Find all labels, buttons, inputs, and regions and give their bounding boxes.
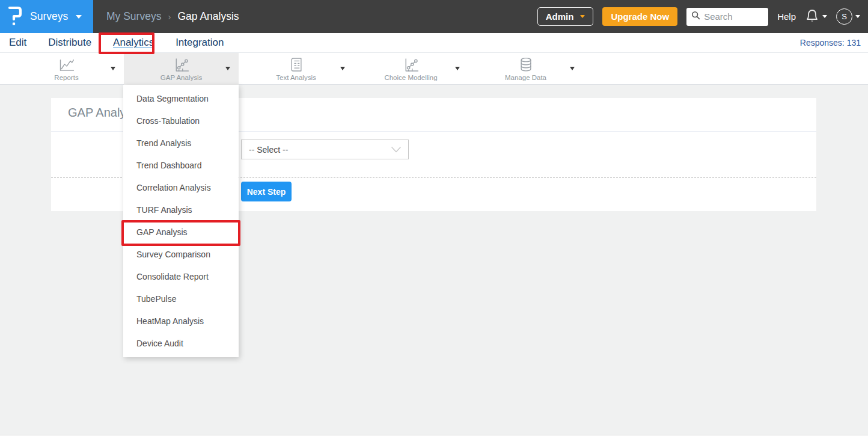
tab-analytics[interactable]: Analytics bbox=[113, 37, 154, 49]
top-bar: Surveys My Surveys › Gap Analysis Admin … bbox=[0, 0, 868, 33]
avatar: S bbox=[836, 8, 852, 25]
menu-item-device-audit[interactable]: Device Audit bbox=[123, 333, 239, 355]
app-root: Surveys My Surveys › Gap Analysis Admin … bbox=[0, 0, 868, 442]
breadcrumb-separator: › bbox=[168, 11, 171, 22]
menu-item-trend-dashboard[interactable]: Trend Dashboard bbox=[123, 155, 239, 177]
caret-down-icon bbox=[76, 15, 82, 19]
menu-item-gap-analysis[interactable]: GAP Analysis bbox=[123, 221, 239, 244]
menu-item-correlation-analysis[interactable]: Correlation Analysis bbox=[123, 177, 239, 199]
menu-item-trend-analysis[interactable]: Trend Analysis bbox=[123, 132, 239, 155]
admin-dropdown-button[interactable]: Admin bbox=[537, 7, 594, 26]
menu-item-survey-comparison[interactable]: Survey Comparison bbox=[123, 244, 239, 266]
scatter-chart-icon bbox=[173, 57, 190, 73]
caret-down-icon bbox=[111, 67, 115, 70]
search-icon bbox=[691, 11, 700, 22]
search-input[interactable] bbox=[704, 11, 763, 22]
toolbar-item-label: Reports bbox=[54, 74, 78, 81]
caret-down-icon bbox=[855, 15, 860, 18]
top-bar-right: Admin Upgrade Now Help bbox=[537, 7, 868, 26]
user-account-menu[interactable]: S bbox=[836, 8, 860, 25]
responses-count: Responses: 131 bbox=[800, 38, 868, 48]
toolbar-item-label: Text Analysis bbox=[276, 74, 316, 81]
tab-integration[interactable]: Integration bbox=[176, 37, 224, 49]
scatter-chart-icon bbox=[403, 57, 420, 73]
caret-down-icon bbox=[822, 15, 827, 18]
breadcrumb: My Surveys › Gap Analysis bbox=[106, 10, 239, 23]
document-icon bbox=[288, 57, 305, 73]
toolbar-item-text-analysis[interactable]: Text Analysis bbox=[239, 53, 353, 85]
caret-down-icon bbox=[570, 67, 575, 70]
line-chart-icon bbox=[58, 57, 75, 73]
toolbar-item-choice-modelling[interactable]: Choice Modelling bbox=[353, 53, 468, 85]
analytics-toolbar: Reports GAP Analysis bbox=[0, 53, 868, 85]
caret-down-icon bbox=[340, 67, 345, 70]
surveys-product-switcher[interactable]: Surveys bbox=[0, 0, 93, 33]
toolbar-item-label: Manage Data bbox=[505, 74, 546, 81]
menu-item-consolidate-report[interactable]: Consolidate Report bbox=[123, 266, 239, 288]
menu-item-heatmap-analysis[interactable]: HeatMap Analysis bbox=[123, 310, 239, 333]
toolbar-item-gap-analysis[interactable]: GAP Analysis bbox=[124, 53, 239, 85]
caret-down-icon bbox=[455, 67, 460, 70]
toolbar-item-reports[interactable]: Reports bbox=[9, 53, 124, 85]
upgrade-now-button[interactable]: Upgrade Now bbox=[602, 7, 677, 26]
questionpro-logo-icon bbox=[8, 4, 22, 29]
notifications-menu[interactable] bbox=[805, 8, 827, 26]
breadcrumb-my-surveys[interactable]: My Surveys bbox=[106, 10, 161, 23]
admin-label: Admin bbox=[546, 11, 574, 22]
caret-down-icon bbox=[580, 15, 585, 18]
toolbar-item-label: GAP Analysis bbox=[160, 74, 202, 81]
menu-item-turf-analysis[interactable]: TURF Analysis bbox=[123, 199, 239, 221]
gap-analysis-dropdown-menu: Data Segmentation Cross-Tabulation Trend… bbox=[123, 85, 239, 357]
menu-item-cross-tabulation[interactable]: Cross-Tabulation bbox=[123, 110, 239, 132]
toolbar-item-manage-data[interactable]: Manage Data bbox=[468, 53, 583, 85]
question-select-dropdown[interactable]: -- Select -- bbox=[241, 140, 409, 159]
bell-icon bbox=[805, 8, 819, 26]
menu-item-data-segmentation[interactable]: Data Segmentation bbox=[123, 88, 239, 110]
toolbar-item-label: Choice Modelling bbox=[384, 74, 437, 81]
caret-down-icon bbox=[225, 67, 230, 70]
next-step-button[interactable]: Next Step bbox=[241, 182, 292, 201]
menu-item-tubepulse[interactable]: TubePulse bbox=[123, 288, 239, 310]
product-label: Surveys bbox=[30, 10, 68, 23]
survey-nav-tabs: Edit Distribute Analytics Integration Re… bbox=[0, 33, 868, 53]
search-box bbox=[686, 8, 768, 26]
select-value: -- Select -- bbox=[249, 145, 288, 155]
database-icon bbox=[518, 57, 534, 73]
tab-distribute[interactable]: Distribute bbox=[48, 37, 91, 49]
help-link[interactable]: Help bbox=[777, 11, 796, 22]
breadcrumb-current-survey: Gap Analysis bbox=[177, 10, 239, 23]
tab-edit[interactable]: Edit bbox=[9, 37, 26, 49]
chevron-down-icon bbox=[391, 145, 401, 155]
bottom-strip bbox=[0, 435, 868, 442]
